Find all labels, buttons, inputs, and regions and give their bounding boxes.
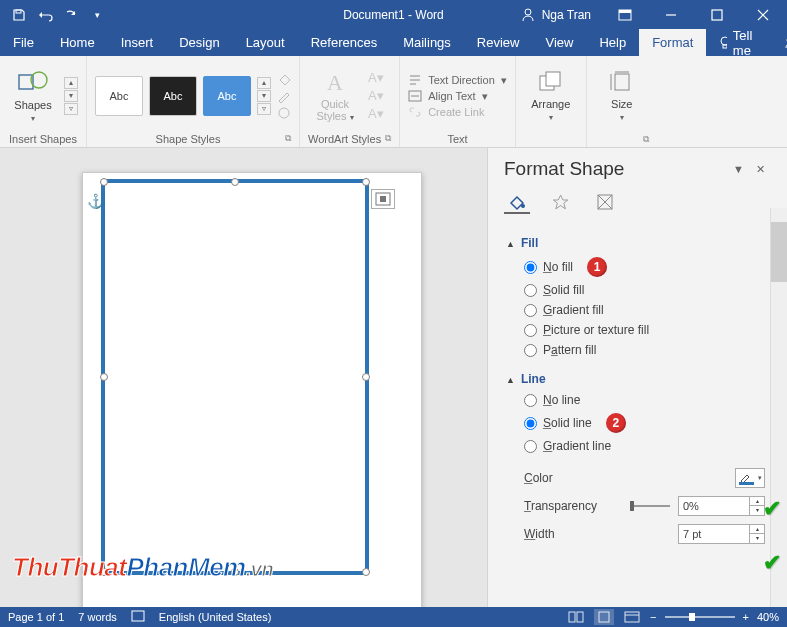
pane-tab-layout[interactable] bbox=[592, 190, 618, 214]
resize-handle[interactable] bbox=[362, 373, 370, 381]
section-line[interactable]: ▲Line bbox=[506, 366, 765, 390]
shape-outline-button[interactable] bbox=[277, 89, 291, 103]
svg-point-6 bbox=[721, 37, 727, 45]
radio-solid-line[interactable]: Solid line2 bbox=[506, 410, 765, 436]
user-icon bbox=[520, 7, 536, 23]
page[interactable]: ⚓ bbox=[82, 172, 422, 607]
quick-styles-button[interactable]: A Quick Styles ▾ bbox=[308, 70, 362, 122]
radio-no-line[interactable]: No line bbox=[506, 390, 765, 410]
tab-layout[interactable]: Layout bbox=[233, 29, 298, 56]
transparency-input[interactable]: 0% bbox=[678, 496, 750, 516]
svg-rect-21 bbox=[569, 612, 575, 622]
width-input[interactable]: 7 pt bbox=[678, 524, 750, 544]
tab-home[interactable]: Home bbox=[47, 29, 108, 56]
transparency-slider[interactable] bbox=[630, 505, 670, 507]
tab-design[interactable]: Design bbox=[166, 29, 232, 56]
style-gallery-more[interactable]: ▴▾▿ bbox=[257, 77, 271, 115]
group-arrange: Arrange▾ bbox=[516, 56, 587, 147]
shapes-gallery-more[interactable]: ▴▾▿ bbox=[64, 77, 78, 115]
shape-fill-button[interactable] bbox=[277, 72, 291, 86]
resize-handle[interactable] bbox=[100, 373, 108, 381]
tab-view[interactable]: View bbox=[532, 29, 586, 56]
tab-file[interactable]: File bbox=[0, 29, 47, 56]
zoom-out-icon[interactable]: − bbox=[650, 611, 656, 623]
style-swatch-2[interactable]: Abc bbox=[149, 76, 197, 116]
zoom-in-icon[interactable]: + bbox=[743, 611, 749, 623]
tab-references[interactable]: References bbox=[298, 29, 390, 56]
radio-pattern-fill[interactable]: Pattern fill bbox=[506, 340, 765, 360]
resize-handle[interactable] bbox=[100, 178, 108, 186]
shape-effects-button[interactable] bbox=[277, 106, 291, 120]
minimize-icon[interactable] bbox=[649, 0, 693, 29]
svg-rect-5 bbox=[712, 10, 722, 20]
arrange-label: Arrange bbox=[531, 98, 570, 110]
badge-2: 2 bbox=[606, 413, 626, 433]
group-shape-styles: Abc Abc Abc ▴▾▿ Shape Styles⧉ bbox=[87, 56, 300, 147]
svg-rect-22 bbox=[577, 612, 583, 622]
text-fill-button[interactable]: A▾ bbox=[368, 70, 384, 85]
style-swatch-1[interactable]: Abc bbox=[95, 76, 143, 116]
pane-tab-fill-line[interactable] bbox=[504, 190, 530, 214]
style-swatch-3[interactable]: Abc bbox=[203, 76, 251, 116]
save-icon[interactable] bbox=[8, 4, 30, 26]
tell-me[interactable]: Tell me bbox=[706, 29, 770, 56]
print-layout-icon[interactable] bbox=[594, 609, 614, 625]
maximize-icon[interactable] bbox=[695, 0, 739, 29]
resize-handle[interactable] bbox=[362, 568, 370, 576]
status-spellcheck-icon[interactable] bbox=[131, 610, 145, 624]
zoom-level[interactable]: 40% bbox=[757, 611, 779, 623]
document-area[interactable]: ⚓ ThuThuatPhanMem.vn bbox=[0, 148, 487, 607]
radio-gradient-line[interactable]: Gradient line bbox=[506, 436, 765, 456]
create-link-button[interactable]: Create Link bbox=[408, 106, 507, 118]
qat-customize-icon[interactable]: ▾ bbox=[86, 4, 108, 26]
size-dialog-icon[interactable]: ⧉ bbox=[643, 134, 649, 145]
tab-review[interactable]: Review bbox=[464, 29, 533, 56]
shapes-button[interactable]: Shapes▾ bbox=[8, 69, 58, 123]
radio-solid-fill[interactable]: Solid fill bbox=[506, 280, 765, 300]
radio-gradient-fill[interactable]: Gradient fill bbox=[506, 300, 765, 320]
group-text: Text Direction▾ Align Text▾ Create Link … bbox=[400, 56, 516, 147]
size-button[interactable]: Size▾ bbox=[595, 70, 649, 122]
radio-picture-fill[interactable]: Picture or texture fill bbox=[506, 320, 765, 340]
layout-options-icon[interactable] bbox=[371, 189, 395, 209]
text-direction-button[interactable]: Text Direction▾ bbox=[408, 74, 507, 87]
color-picker[interactable]: ▾ bbox=[735, 468, 765, 488]
prop-transparency: Transparency 0% ▴▾ bbox=[506, 492, 765, 520]
web-layout-icon[interactable] bbox=[622, 609, 642, 625]
resize-handle[interactable] bbox=[231, 178, 239, 186]
text-effects-button[interactable]: A▾ bbox=[368, 106, 384, 121]
text-direction-icon bbox=[408, 74, 422, 86]
undo-icon[interactable] bbox=[34, 4, 56, 26]
ribbon-display-icon[interactable] bbox=[603, 0, 647, 29]
read-mode-icon[interactable] bbox=[566, 609, 586, 625]
pane-close-icon[interactable]: ✕ bbox=[750, 161, 771, 178]
resize-handle[interactable] bbox=[362, 178, 370, 186]
pen-icon bbox=[277, 89, 291, 103]
prop-color: CColorolor ▾ bbox=[506, 464, 765, 492]
pane-scrollbar[interactable] bbox=[770, 208, 787, 607]
status-words[interactable]: 7 words bbox=[78, 611, 117, 623]
tab-format[interactable]: Format bbox=[639, 29, 706, 56]
section-fill[interactable]: ▲Fill bbox=[506, 230, 765, 254]
zoom-slider[interactable] bbox=[665, 616, 735, 618]
shape-styles-dialog-icon[interactable]: ⧉ bbox=[285, 133, 291, 144]
tab-help[interactable]: Help bbox=[586, 29, 639, 56]
share-button[interactable]: Share bbox=[770, 29, 787, 56]
radio-no-fill[interactable]: NNo fillo fill1 bbox=[506, 254, 765, 280]
arrange-button[interactable]: Arrange▾ bbox=[524, 70, 578, 122]
tab-mailings[interactable]: Mailings bbox=[390, 29, 464, 56]
user-account[interactable]: Nga Tran bbox=[510, 7, 601, 23]
shape-style-gallery[interactable]: Abc Abc Abc ▴▾▿ bbox=[95, 76, 271, 116]
text-outline-button[interactable]: A▾ bbox=[368, 88, 384, 103]
status-language[interactable]: English (United States) bbox=[159, 611, 272, 623]
wordart-dialog-icon[interactable]: ⧉ bbox=[385, 133, 391, 144]
close-icon[interactable] bbox=[741, 0, 785, 29]
status-page[interactable]: Page 1 of 1 bbox=[8, 611, 64, 623]
pane-options-icon[interactable]: ▼ bbox=[727, 161, 750, 177]
align-text-button[interactable]: Align Text▾ bbox=[408, 90, 507, 103]
tab-insert[interactable]: Insert bbox=[108, 29, 167, 56]
pane-tab-effects[interactable] bbox=[548, 190, 574, 214]
redo-icon[interactable] bbox=[60, 4, 82, 26]
selected-shape[interactable] bbox=[101, 179, 369, 575]
width-spinner[interactable]: ▴▾ bbox=[750, 524, 765, 544]
